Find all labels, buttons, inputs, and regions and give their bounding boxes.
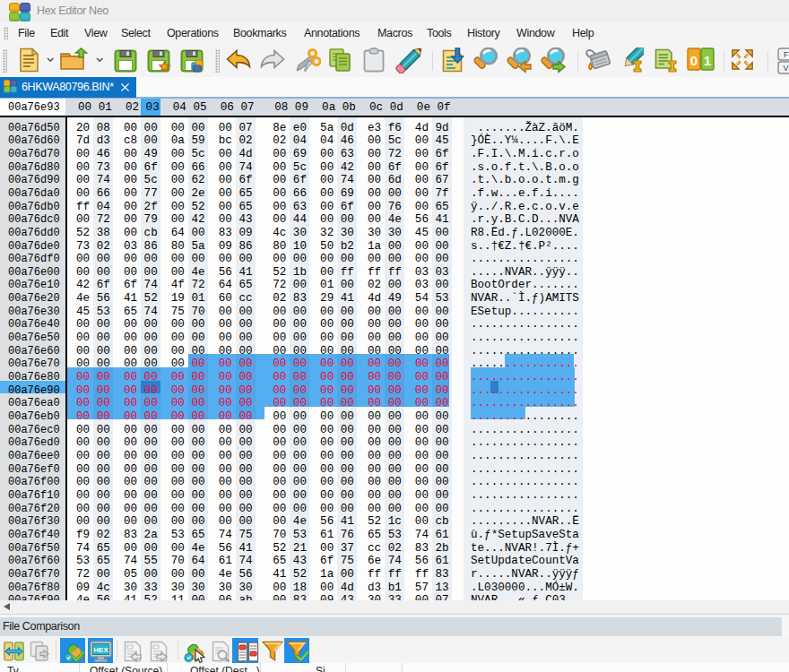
- svg-text:F: F: [784, 50, 789, 59]
- svg-text:1: 1: [704, 53, 711, 68]
- svg-text:HEX: HEX: [93, 646, 108, 654]
- svg-text:V: V: [784, 64, 789, 73]
- svg-text:0: 0: [690, 53, 698, 68]
